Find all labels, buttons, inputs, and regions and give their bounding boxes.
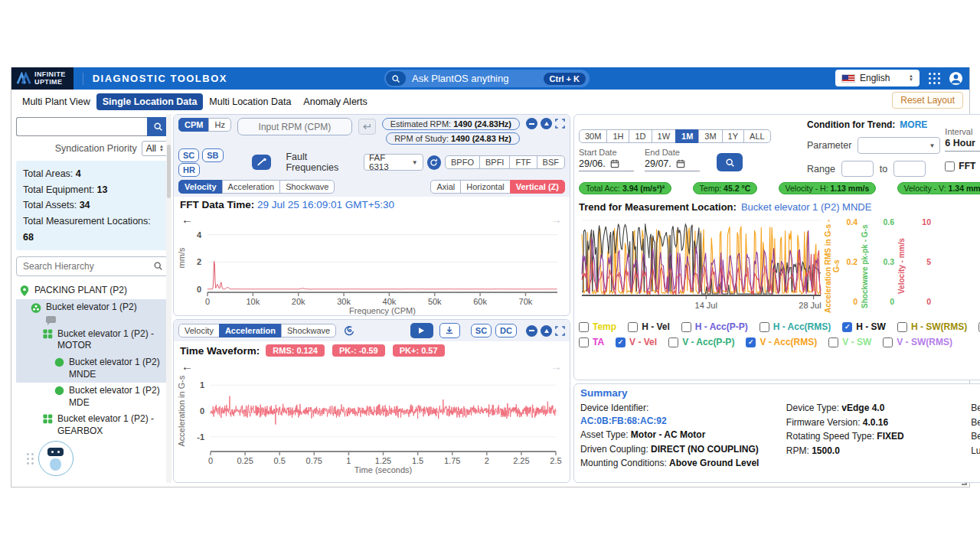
collapse-panel-button[interactable] — [526, 118, 537, 129]
segment-button-ftf[interactable]: FTF — [509, 155, 537, 169]
legend-item-v-vel[interactable]: ✓V - Vel — [616, 337, 657, 347]
tab-anomaly-alerts[interactable]: Anomaly Alerts — [297, 93, 373, 110]
language-selector[interactable]: English ▲▼ — [835, 70, 920, 86]
reset-layout-button[interactable]: Reset Layout — [892, 92, 963, 109]
checkbox-fft[interactable]: FFT — [945, 161, 975, 171]
tree-item-bucket-elevator-1-p2-mnde[interactable]: Bucket elevator 1 (P2) MNDE — [16, 354, 168, 383]
tab-multi-plant-view[interactable]: Multi Plant View — [16, 93, 96, 110]
move-panel-up-button[interactable] — [541, 118, 552, 129]
search-placeholder[interactable]: Ask PlantOS anything — [412, 73, 537, 84]
tool-button-hr[interactable]: HR — [178, 163, 200, 177]
apps-grid-icon[interactable] — [927, 71, 941, 85]
trend-search-button[interactable] — [717, 153, 743, 171]
submit-rpm-icon[interactable] — [358, 119, 376, 135]
syndication-priority-select[interactable]: All▲▼ — [142, 141, 168, 156]
end-date-field[interactable]: End Date 29/07. — [645, 148, 700, 171]
chat-bubble-icon[interactable] — [46, 316, 56, 323]
trend-chart[interactable]: 14 Jul28 Jul Acceleration RMS in G-s - G… — [579, 216, 980, 317]
segment-button-1d[interactable]: 1D — [629, 129, 652, 143]
tree-item-bucket-elevator-1-p2-gearbox[interactable]: Bucket elevator 1 (P2) - GEARBOX — [16, 411, 168, 434]
segment-button-1h[interactable]: 1H — [606, 129, 629, 143]
brand-logo[interactable]: INFINITEUPTIME — [11, 67, 74, 90]
segment-button-all[interactable]: ALL — [743, 129, 771, 143]
tree-item-bucket-elevator-1-p2-mde[interactable]: Bucket elevator 1 (P2) MDE — [16, 383, 168, 411]
segment-button-bpfi[interactable]: BPFI — [479, 155, 510, 169]
more-link[interactable]: MORE — [900, 119, 927, 130]
waveform-chart[interactable]: ← → -10100.250.50.7511.251.51.7522.252.5… — [174, 360, 570, 482]
legend-item-v-acc-rms-[interactable]: ✓V - Acc(RMS) — [746, 337, 817, 347]
download-icon[interactable] — [439, 323, 460, 338]
search-hierarchy-input[interactable] — [16, 256, 168, 276]
legend-item-v-sw[interactable]: V - SW — [828, 337, 871, 347]
fault-frequency-select[interactable]: FAF 6313▼ — [364, 154, 423, 171]
segment-button-1m[interactable]: 1M — [675, 129, 699, 143]
segment-button-1w[interactable]: 1W — [652, 129, 677, 143]
move-panel-up-button[interactable] — [541, 325, 552, 337]
calendar-icon[interactable] — [676, 159, 685, 168]
range-max-input[interactable] — [893, 161, 926, 177]
legend-item-ta[interactable]: TA — [579, 337, 604, 347]
segment-button-shockwave[interactable]: Shockwave — [279, 180, 335, 194]
tool-button-dc[interactable]: DC — [495, 324, 517, 337]
legend-item-temp[interactable]: Temp — [579, 321, 616, 332]
drag-handle-icon[interactable] — [27, 453, 34, 465]
segment-button-velocity[interactable]: Velocity — [178, 324, 220, 337]
legend-item-h-vel[interactable]: H - Vel — [628, 321, 670, 332]
spiral-icon[interactable] — [342, 324, 356, 337]
tool-button-sc[interactable]: SC — [178, 148, 199, 162]
legend-item-h-acc-rms-[interactable]: H - Acc(RMS) — [760, 321, 831, 332]
tool-button-sb[interactable]: SB — [202, 148, 223, 162]
play-button[interactable] — [410, 323, 433, 338]
collapse-panel-button[interactable] — [526, 325, 537, 337]
calendar-icon[interactable] — [610, 159, 619, 168]
tool-button-sc[interactable]: SC — [471, 324, 492, 337]
language-spinner-icon[interactable]: ▲▼ — [909, 74, 913, 82]
device-identifier-link[interactable]: AC:0B:FB:68:AC:92 — [580, 415, 780, 428]
user-avatar-icon[interactable] — [949, 71, 963, 86]
segment-button-bpfo[interactable]: BPFO — [445, 155, 480, 169]
segment-button-axial[interactable]: Axial — [430, 180, 461, 194]
search-icon[interactable] — [386, 71, 406, 86]
segment-button-vertical-z-[interactable]: Vertical (Z) — [510, 180, 565, 194]
start-date-field[interactable]: Start Date 29/06. — [579, 148, 634, 171]
sidebar-scrollbar[interactable] — [166, 114, 172, 483]
segment-button-velocity[interactable]: Velocity — [178, 180, 223, 194]
range-min-input[interactable] — [841, 161, 874, 177]
segment-button-hz[interactable]: Hz — [208, 118, 230, 132]
harmonic-cursor-button[interactable] — [252, 155, 271, 170]
input-rpm-field[interactable] — [237, 118, 352, 135]
tab-multi-location-data[interactable]: Multi Location Data — [203, 93, 297, 110]
legend-item-v-sw-rms-[interactable]: V - SW(RMS) — [883, 337, 952, 347]
fft-chart[interactable]: ← → 024010k20k30k40k50k60k70kFrequency (… — [174, 213, 570, 315]
pan-left-icon[interactable]: ← — [181, 213, 193, 226]
segment-button-bsf[interactable]: BSF — [537, 155, 565, 169]
refresh-icon[interactable] — [427, 155, 441, 170]
segment-button-shockwave[interactable]: Shockwave — [281, 324, 336, 337]
interval-select[interactable]: Interval 6 Hour▼ — [945, 127, 980, 152]
segment-button-1y[interactable]: 1Y — [722, 129, 744, 143]
fullscreen-icon[interactable] — [555, 326, 565, 336]
segment-button-horizontal[interactable]: Horizontal — [460, 180, 511, 194]
assistant-robot-icon[interactable] — [38, 441, 74, 476]
segment-button-3m[interactable]: 3M — [698, 129, 722, 143]
legend-item-h-sw[interactable]: ✓H - SW — [842, 321, 886, 332]
segment-button-acceleration[interactable]: Acceleration — [222, 180, 281, 194]
sidebar-search-button[interactable] — [147, 117, 168, 136]
legend-item-h-sw-rms-[interactable]: H - SW(RMS) — [897, 321, 967, 332]
legend-item-v-acc-p-p-[interactable]: V - Acc(P-P) — [668, 337, 734, 347]
parameter-select[interactable]: ▼ — [858, 137, 940, 154]
tree-item-packing-plant-p2-[interactable]: PACKING PLANT (P2) — [16, 282, 168, 299]
pan-left-icon[interactable]: ← — [181, 360, 193, 373]
fullscreen-icon[interactable] — [555, 119, 565, 129]
segment-button-cpm[interactable]: CPM — [178, 118, 209, 132]
legend-item-h-acc-p-p-[interactable]: H - Acc(P-P) — [681, 321, 748, 332]
sidebar-search-input[interactable] — [16, 117, 147, 136]
segment-button-acceleration[interactable]: Acceleration — [219, 324, 282, 337]
trend-location-link[interactable]: Bucket elevator 1 (P2) MNDE — [741, 201, 872, 213]
segment-button-30m[interactable]: 30M — [579, 129, 607, 143]
tab-single-location-data[interactable]: Single Location Data — [96, 93, 204, 110]
tree-item-bucket-elevator-1-p2-[interactable]: Bucket elevator 1 (P2) — [16, 299, 168, 326]
pan-right-icon: → — [550, 360, 562, 373]
tree-item-bucket-elevator-1-p2-motor[interactable]: Bucket elevator 1 (P2) - MOTOR — [16, 326, 168, 354]
global-search[interactable]: Ask PlantOS anything Ctrl + K — [384, 70, 590, 87]
